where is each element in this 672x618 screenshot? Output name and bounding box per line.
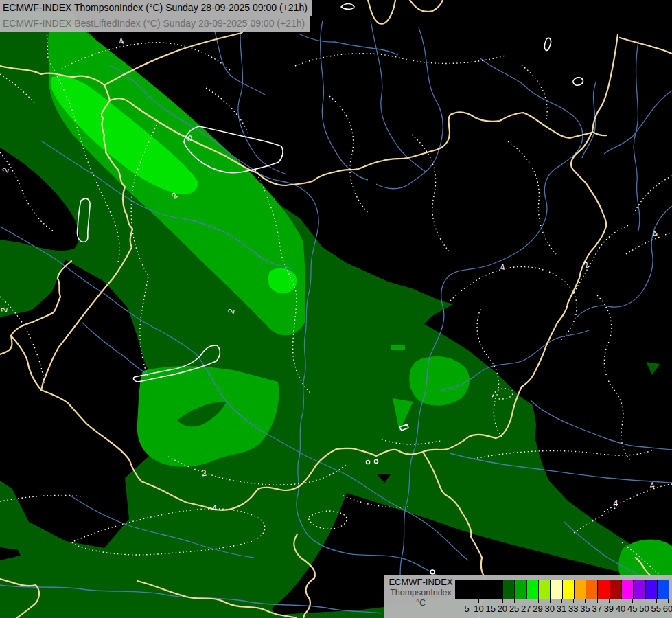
legend-tick-label: 35 (580, 604, 590, 614)
legend-color-cell (480, 580, 491, 599)
legend-color-cell (658, 580, 669, 599)
legend-tick (550, 599, 551, 603)
legend: ECMWF-INDEX ThompsonIndex °C 51015202527… (384, 575, 672, 618)
legend-tick (668, 599, 669, 603)
small-lake (544, 38, 551, 50)
legend-model-label: ECMWF-INDEX (388, 577, 454, 588)
legend-tick-label: 40 (616, 604, 625, 614)
contour-label: 4 (117, 36, 125, 47)
small-lake (573, 78, 583, 85)
contour (206, 88, 248, 135)
legend-tick-label: 50 (639, 604, 649, 614)
legend-color-cell (456, 580, 467, 599)
river (211, 21, 265, 95)
legend-tick (573, 599, 574, 603)
legend-tick-label: 25 (509, 604, 519, 614)
river (634, 41, 640, 231)
legend-tick-label: 60 (663, 604, 672, 614)
legend-color-cell (551, 580, 562, 599)
legend-color-cell (598, 580, 610, 599)
legend-tick (645, 599, 645, 603)
legend-tick-label: 33 (568, 604, 578, 614)
river (371, 21, 426, 172)
river (321, 21, 368, 180)
legend-tick-label: 31 (557, 604, 566, 614)
contour-label: 4 (212, 503, 218, 514)
legend-tick (561, 599, 562, 603)
legend-color-cell (539, 580, 551, 599)
legend-units-label: °C (388, 598, 454, 608)
legend-index-label: ThompsonIndex (388, 588, 454, 598)
border-top-center-a (368, 0, 395, 24)
legend-tick-label: 45 (627, 604, 637, 614)
border-ukraine (592, 34, 618, 135)
contour (508, 141, 556, 254)
legend-tick-label: 5 (465, 604, 470, 614)
contour-label: 4 (614, 499, 618, 508)
legend-tick-label: 15 (485, 604, 495, 614)
legend-tick (585, 599, 586, 603)
legend-color-cell (503, 580, 515, 599)
weather-map: 4022222444244 (0, 0, 672, 618)
contour (597, 295, 632, 461)
legend-tick-label: 37 (592, 604, 601, 614)
legend-color-cell (467, 580, 479, 599)
header-line-best-lifted-index: ECMWF-INDEX BestLiftedIndex (°C) Sunday … (0, 16, 310, 32)
border-top-center-b (410, 0, 443, 12)
legend-tick (502, 599, 503, 603)
small-lake (341, 4, 354, 10)
river (577, 206, 672, 317)
river (300, 34, 398, 55)
legend-color-cell (610, 580, 622, 599)
legend-color-cell (515, 580, 526, 599)
contour-label: 2 (581, 260, 591, 270)
index-shading-regions (0, 12, 672, 618)
contour (412, 135, 450, 253)
legend-tick-label: 55 (651, 604, 661, 614)
header-line-thompson-index: ECMWF-INDEX ThompsonIndex (°C) Sunday 28… (0, 0, 312, 16)
contour (626, 233, 672, 254)
legend-tick (467, 599, 467, 603)
legend-color-cell (563, 580, 575, 599)
legend-tick (478, 599, 479, 603)
legend-tick (526, 599, 526, 603)
border-ukraine-ne (620, 38, 672, 54)
legend-colorbar (455, 580, 669, 599)
legend-color-cell (622, 580, 634, 599)
contour (450, 267, 577, 341)
legend-tick-label: 30 (545, 604, 555, 614)
legend-color-cell (527, 580, 539, 599)
legend-tick (609, 599, 610, 603)
legend-tick (538, 599, 539, 603)
legend-tick-label: 39 (604, 604, 614, 614)
legend-color-cell (586, 580, 598, 599)
legend-color-cell (575, 580, 586, 599)
legend-color-cell (646, 580, 658, 599)
contour (574, 225, 629, 293)
weather-map-screenshot: 4022222444244 ECMWF-INDEX ThompsonIndex … (0, 0, 672, 618)
legend-tick-label: 10 (474, 604, 483, 614)
river (531, 400, 672, 450)
legend-tick (656, 599, 657, 603)
legend-title-block: ECMWF-INDEX ThompsonIndex °C (388, 577, 454, 608)
contour (522, 65, 547, 120)
legend-tick-label: 27 (521, 604, 531, 614)
legend-color-cell (634, 580, 645, 599)
legend-tick (597, 599, 598, 603)
legend-tick-labels: 51015202527293031333537394045505560 (455, 604, 669, 615)
legend-tick-label: 29 (533, 604, 542, 614)
legend-tick (621, 599, 621, 603)
legend-tick (632, 599, 633, 603)
river (238, 19, 287, 174)
region-medium-green-east (409, 356, 470, 406)
legend-color-cell (491, 580, 503, 599)
header: ECMWF-INDEX ThompsonIndex (°C) Sunday 28… (0, 0, 312, 32)
region-medium-green-east-dash (391, 345, 405, 350)
contour (295, 54, 505, 66)
legend-tick (491, 599, 491, 603)
legend-tick-label: 20 (498, 604, 507, 614)
legend-tick (514, 599, 515, 603)
region-dark-green-triangle-east (646, 362, 660, 375)
contour (329, 96, 368, 213)
contour-label: 4 (499, 262, 506, 273)
